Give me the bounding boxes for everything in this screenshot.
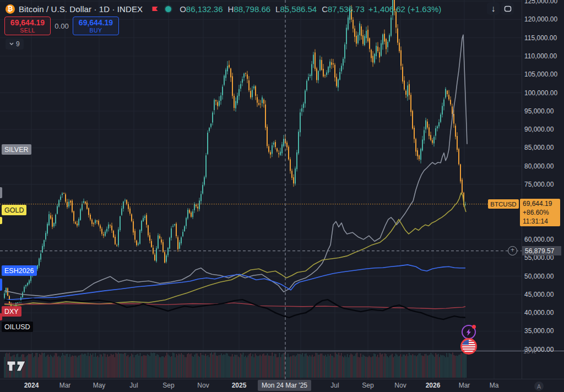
bitcoin-logo-icon: ₿	[6, 4, 15, 14]
btcusd-series-tag[interactable]: BTCUSD	[488, 199, 519, 209]
price-tick-label: 60,000.00	[524, 236, 554, 243]
bar-countdown: 11:31:14	[523, 217, 560, 226]
fullscreen-button[interactable]	[501, 2, 514, 15]
time-axis-label: Nov	[197, 382, 209, 389]
notification-dot	[472, 325, 476, 329]
esh2026-left-tick	[0, 279, 2, 291]
price-axis[interactable]: 125,000.00120,000.00115,000.00110,000.00…	[522, 0, 564, 379]
time-axis-label: 2026	[426, 382, 441, 389]
series-label-gold[interactable]: GOLD	[2, 205, 26, 215]
market-status-icon[interactable]	[165, 6, 171, 12]
price-tick-label: 80,000.00	[524, 162, 554, 170]
percent-change: +86.60%	[523, 208, 560, 217]
time-axis-label: Ma	[490, 382, 499, 389]
flag-canton	[462, 340, 469, 345]
price-tick-label: 105,000.00	[524, 70, 557, 78]
download-button[interactable]: ↓	[487, 2, 500, 15]
series-label-text: SILVER	[4, 146, 29, 154]
chevron-down-icon	[9, 42, 14, 46]
price-tick-label: 95,000.00	[524, 107, 554, 115]
ohlc-values: O86,132.36 H88,798.66 L85,586.54 C87,536…	[180, 4, 365, 14]
time-axis-label: Mar	[59, 382, 71, 389]
volume-bars	[4, 352, 467, 378]
buy-button[interactable]: 69,644.19 BUY	[73, 17, 119, 35]
ideas-flash-icon[interactable]	[462, 325, 476, 339]
series-label-text: OILUSD	[4, 323, 30, 331]
silver-left-tick	[0, 187, 2, 198]
lightning-icon	[466, 329, 471, 336]
time-axis-label: Jul	[129, 382, 138, 389]
series-label-text: DXY	[4, 308, 19, 315]
daily-change: +1,406.62 (+1.63%)	[368, 4, 442, 14]
price-tick-label: 40,000.00	[524, 309, 554, 317]
series-label-text: GOLD	[4, 206, 24, 214]
last-price: 69,644.19	[523, 199, 560, 208]
symbol-title[interactable]: Bitcoin / U.S. Dollar · 1D · INDEX	[19, 4, 143, 14]
crosshair-price-badge: 56,879.57	[522, 246, 561, 255]
series-label-dxy[interactable]: DXY	[2, 306, 21, 317]
time-axis-label: May	[93, 382, 106, 389]
price-tick-label: 90,000.00	[524, 126, 554, 133]
gridlines	[0, 0, 522, 379]
series-label-text: ESH2026	[4, 267, 34, 275]
price-tick-label: 50,000.00	[524, 273, 554, 280]
price-tick-label: 110,000.00	[524, 52, 557, 60]
tradingview-chart-page: { "header": { "logo_glyph": "₿", "title"…	[0, 0, 564, 392]
time-axis-label: 2024	[24, 382, 39, 389]
btcusd-price-label[interactable]: 69,644.19 +86.60% 11:31:14	[520, 199, 560, 226]
sell-button[interactable]: 69,644.19 SELL	[4, 17, 51, 35]
fullscreen-icon	[504, 6, 512, 12]
price-tick-label: 45,000.00	[524, 291, 554, 298]
price-tick-label: 115,000.00	[524, 34, 557, 42]
flag-icon[interactable]	[151, 5, 159, 13]
btc-candles	[4, 0, 466, 313]
us-economic-event-icon[interactable]	[460, 338, 477, 355]
crosshair-date-badge: Mon 24 Mar '25	[258, 380, 311, 391]
time-axis-label: Sep	[362, 382, 373, 389]
price-tick-label: 85,000.00	[524, 144, 554, 151]
chart-canvas[interactable]	[0, 0, 564, 392]
gold-left-tick	[0, 217, 2, 224]
series-line-silver	[4, 35, 467, 296]
sell-price: 69,644.19	[10, 19, 45, 27]
price-tick-label: 75,000.00	[524, 181, 554, 188]
series-label-esh2026[interactable]: ESH2026	[2, 265, 37, 276]
series-label-silver[interactable]: SILVER	[2, 144, 31, 155]
buy-label: BUY	[90, 27, 102, 34]
count-value: 9	[16, 40, 20, 48]
time-axis-label: 2025	[232, 382, 247, 389]
price-tick-label: 35,000.00	[524, 327, 554, 335]
download-icon: ↓	[491, 4, 496, 14]
sell-label: SELL	[20, 27, 35, 34]
time-axis-label: Mar	[459, 382, 470, 389]
symbol-header: ₿ Bitcoin / U.S. Dollar · 1D · INDEX O86…	[6, 3, 441, 15]
price-tick-label: 120,000.00	[524, 15, 557, 23]
time-axis-label: Sep	[162, 382, 174, 389]
trade-panel: 69,644.19 SELL 0.00 69,644.19 BUY	[4, 17, 119, 35]
buy-price: 69,644.19	[79, 19, 113, 27]
spread-value: 0.00	[51, 22, 73, 30]
volume-scale-label: 10 K	[523, 348, 536, 355]
auto-scale-button[interactable]: A	[534, 382, 544, 391]
series-label-oilusd[interactable]: OILUSD	[2, 322, 33, 332]
price-tick-label: 100,000.00	[524, 89, 557, 97]
series-line-gold	[4, 193, 466, 306]
chart-quick-actions: ↓	[487, 2, 514, 15]
price-tick-label: 125,000.00	[524, 0, 557, 5]
tradingview-logo[interactable]	[7, 359, 26, 372]
time-axis-label: Jul	[330, 382, 339, 389]
add-alert-plus-icon[interactable]: +	[508, 246, 517, 255]
candles-count-selector[interactable]: 9	[6, 39, 24, 50]
time-axis-label: Nov	[394, 382, 406, 389]
